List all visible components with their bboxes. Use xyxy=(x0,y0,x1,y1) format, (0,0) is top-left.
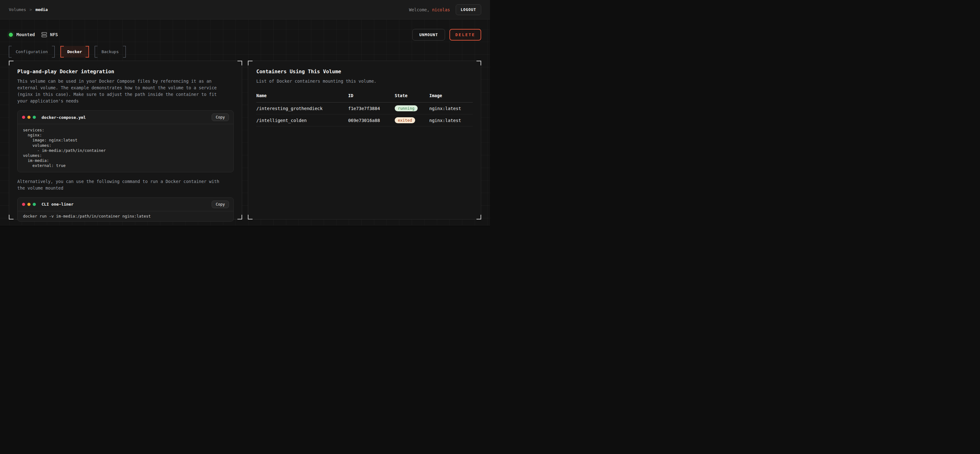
cli-code-header: CLI one-liner Copy xyxy=(18,198,233,211)
container-image: nginx:latest xyxy=(429,106,473,111)
volume-detail-page: Volumes > media Welcome, nicolas LOGOUT … xyxy=(0,0,490,227)
main-content: Mounted NFS UNMOUNT DELETE Configuration… xyxy=(0,19,490,227)
cli-intro-text: Alternatively, you can use the following… xyxy=(17,178,225,192)
traffic-light-red-icon xyxy=(22,203,25,206)
breadcrumb: Volumes > media xyxy=(9,7,48,12)
container-image: nginx:latest xyxy=(429,118,473,123)
panel-corner-tick xyxy=(248,61,253,65)
mounted-status-dot-icon xyxy=(9,33,13,37)
tab-bar: Configuration Docker Backups xyxy=(9,46,481,57)
column-header-image: Image xyxy=(429,93,473,98)
welcome-prefix: Welcome, xyxy=(409,7,432,12)
top-bar-right: Welcome, nicolas LOGOUT xyxy=(409,5,481,15)
mount-status-label: Mounted xyxy=(16,32,35,37)
status-badge: exited xyxy=(395,117,415,123)
status-badge: running xyxy=(395,105,418,111)
compose-filename: docker-compose.yml xyxy=(41,115,86,120)
container-name: /intelligent_colden xyxy=(256,118,348,123)
breadcrumb-separator-icon: > xyxy=(30,7,32,12)
container-id: 069e73016a88 xyxy=(348,118,395,123)
containers-panel-title: Containers Using This Volume xyxy=(256,68,473,75)
unmount-button[interactable]: UNMOUNT xyxy=(412,29,445,41)
compose-copy-button[interactable]: Copy xyxy=(212,113,229,121)
welcome-text: Welcome, nicolas xyxy=(409,7,450,12)
traffic-light-green-icon xyxy=(33,203,36,206)
logout-button[interactable]: LOGOUT xyxy=(456,5,481,15)
username: nicolas xyxy=(432,7,450,12)
tab-configuration[interactable]: Configuration xyxy=(9,46,55,57)
docker-panel-description: This volume can be used in your Docker C… xyxy=(17,78,225,105)
breadcrumb-volumes-link[interactable]: Volumes xyxy=(9,7,26,12)
panel-corner-tick xyxy=(237,215,242,219)
traffic-light-amber-icon xyxy=(27,203,30,206)
breadcrumb-current-volume: media xyxy=(35,7,48,12)
docker-panel-title: Plug-and-play Docker integration xyxy=(17,68,234,75)
traffic-light-green-icon xyxy=(33,116,36,119)
table-row: /interesting_grothendieck f1e73e7f3884 r… xyxy=(256,103,473,114)
containers-panel: Containers Using This Volume List of Doc… xyxy=(248,61,481,219)
top-bar: Volumes > media Welcome, nicolas LOGOUT xyxy=(0,0,490,19)
containers-panel-subtitle: List of Docker containers mounting this … xyxy=(256,78,473,84)
compose-code-header: docker-compose.yml Copy xyxy=(18,111,233,124)
containers-table-header: Name ID State Image xyxy=(256,93,473,103)
filesystem-type-label: NFS xyxy=(50,32,58,37)
compose-code-content: services: nginx: image: nginx:latest vol… xyxy=(18,124,233,172)
panels-grid: Plug-and-play Docker integration This vo… xyxy=(9,61,481,219)
column-header-id: ID xyxy=(348,93,395,98)
compose-code-block: docker-compose.yml Copy services: nginx:… xyxy=(17,110,234,172)
container-state-cell: running xyxy=(395,105,429,111)
container-state-cell: exited xyxy=(395,117,429,123)
container-name: /interesting_grothendieck xyxy=(256,106,348,111)
volume-action-buttons: UNMOUNT DELETE xyxy=(412,29,481,41)
panel-corner-tick xyxy=(9,215,14,219)
panel-corner-tick xyxy=(9,61,14,65)
containers-table: Name ID State Image /interesting_grothen… xyxy=(256,93,473,126)
server-icon xyxy=(41,32,47,38)
tab-docker[interactable]: Docker xyxy=(60,46,89,57)
table-row: /intelligent_colden 069e73016a88 exited … xyxy=(256,114,473,126)
delete-button[interactable]: DELETE xyxy=(449,29,481,41)
panel-corner-tick xyxy=(248,215,253,219)
column-header-name: Name xyxy=(256,93,348,98)
traffic-light-amber-icon xyxy=(27,116,30,119)
cli-code-content: docker run -v im-media:/path/in/containe… xyxy=(18,211,233,221)
cli-filename: CLI one-liner xyxy=(41,202,73,206)
tab-backups[interactable]: Backups xyxy=(95,46,126,57)
panel-corner-tick xyxy=(476,215,481,219)
panel-corner-tick xyxy=(237,61,242,65)
panel-corner-tick xyxy=(476,61,481,65)
docker-integration-panel: Plug-and-play Docker integration This vo… xyxy=(9,61,242,219)
status-row: Mounted NFS UNMOUNT DELETE xyxy=(9,29,481,40)
column-header-state: State xyxy=(395,93,429,98)
container-id: f1e73e7f3884 xyxy=(348,106,395,111)
footer-edge xyxy=(0,225,490,227)
cli-code-block: CLI one-liner Copy docker run -v im-medi… xyxy=(17,197,234,222)
traffic-light-red-icon xyxy=(22,116,25,119)
cli-copy-button[interactable]: Copy xyxy=(212,201,229,208)
